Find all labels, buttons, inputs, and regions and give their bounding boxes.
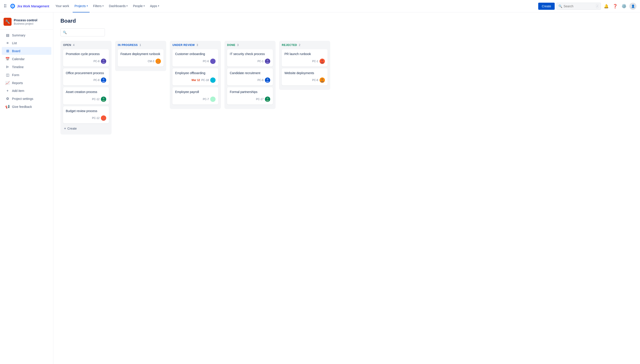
column-done: DONE 3 IT security check process PC-1 Ca… [225, 41, 276, 109]
sidebar-item-list[interactable]: ≡ List [2, 39, 51, 47]
svg-point-15 [212, 98, 214, 99]
card-candidate-recruitment[interactable]: Candidate recruitment PC-6 [227, 68, 273, 86]
column-header-inprogress: IN PROGRESS 1 [118, 44, 163, 46]
sidebar-item-project-settings[interactable]: ⚙ Project settings [2, 95, 51, 102]
sidebar-item-reports[interactable]: 📈 Reports [2, 79, 51, 87]
card-formal-partnerships[interactable]: Formal partnerships PC-17 [227, 87, 273, 104]
list-icon: ≡ [5, 41, 10, 45]
card-title: Feature deployment runbook [120, 52, 161, 56]
card-customer-onboarding[interactable]: Customer onboarding PC-6 [172, 49, 218, 66]
chevron-down-icon: ▾ [158, 5, 159, 7]
svg-point-25 [321, 78, 323, 80]
settings-button[interactable]: ⚙️ [620, 3, 627, 10]
grid-icon[interactable]: ⠿ [4, 4, 7, 9]
column-inprogress: IN PROGRESS 1 Feature deployment runbook… [115, 41, 166, 71]
user-avatar[interactable]: 👤 [629, 3, 636, 10]
card-feature-deployment[interactable]: Feature deployment runbook CM-3 [118, 49, 163, 66]
card-asset-creation[interactable]: Asset creation process PC-12 [63, 87, 109, 104]
card-employee-offboarding[interactable]: Employee offboarding Mar 12 PC-18 [172, 68, 218, 86]
card-title: Website deployments [284, 71, 325, 76]
search-shortcut: / [596, 4, 598, 8]
sidebar-item-form[interactable]: ◫ Form [2, 71, 51, 79]
svg-point-1 [103, 60, 104, 61]
nav-projects[interactable]: Projects ▾ [73, 0, 90, 12]
card-meta: PC-8 [66, 58, 106, 64]
card-avatar [210, 78, 216, 83]
nav-your-work[interactable]: Your work [54, 0, 71, 12]
card-avatar [101, 58, 106, 64]
search-bar[interactable]: 🔍 / [556, 3, 601, 10]
column-count-rejected: 2 [299, 44, 300, 46]
column-header-rejected: REJECTED 2 [282, 44, 328, 46]
card-employee-payroll[interactable]: Employee payroll PC-7 [172, 87, 218, 104]
nav-people[interactable]: People ▾ [131, 0, 146, 12]
column-header-open: OPEN 4 [63, 44, 109, 46]
svg-point-4 [102, 81, 105, 82]
board-search-input[interactable] [68, 31, 102, 34]
nav-dashboards[interactable]: Dashboards ▾ [107, 0, 130, 12]
column-open: OPEN 4 Promotion cycle process PC-8 Offi… [60, 41, 112, 134]
search-icon: 🔍 [63, 31, 67, 34]
sidebar: 🔧 Process control Business project ▤ Sum… [0, 12, 53, 364]
column-header-done: DONE 3 [227, 44, 273, 46]
card-id: PC-8 [94, 60, 100, 63]
card-avatar [320, 78, 325, 83]
sidebar-item-calendar[interactable]: 📅 Calendar [2, 55, 51, 63]
sidebar-item-give-feedback[interactable]: 📢 Give feedback [2, 103, 51, 110]
create-card-button[interactable]: + Create [63, 125, 109, 132]
top-navigation: ⠿ Jira Work Management Your work Project… [0, 0, 640, 12]
svg-point-6 [102, 100, 105, 102]
column-count-done: 3 [237, 44, 239, 46]
board-search-bar[interactable]: 🔍 [60, 28, 105, 36]
card-office-procurement[interactable]: Office procurement process PC-8 [63, 68, 109, 86]
main-layout: 🔧 Process control Business project ▤ Sum… [0, 12, 640, 364]
card-id: PC-1 [312, 60, 318, 63]
card-it-security[interactable]: IT security check process PC-1 [227, 49, 273, 66]
page-title: Board [60, 18, 633, 24]
card-id: PC-1 [258, 60, 264, 63]
notifications-button[interactable]: 🔔 [603, 3, 610, 10]
card-title: Promotion cycle process [66, 52, 106, 56]
card-title: Asset creation process [66, 90, 106, 94]
card-meta: PC-7 [175, 96, 216, 102]
column-label-open: OPEN [63, 44, 71, 46]
svg-point-3 [103, 78, 104, 80]
column-label-rejected: REJECTED [282, 44, 297, 46]
svg-point-19 [267, 78, 269, 80]
create-button[interactable]: Create [538, 3, 555, 10]
card-pr-launch[interactable]: PR launch runbook PC-1 [282, 49, 328, 66]
column-count-inprogress: 1 [140, 44, 141, 46]
sidebar-item-board[interactable]: ⊞ Board [2, 47, 51, 55]
chevron-down-icon: ▾ [87, 5, 88, 7]
sidebar-item-summary[interactable]: ▤ Summary [2, 31, 51, 39]
project-name: Process control [14, 18, 37, 22]
logo[interactable]: Jira Work Management [10, 3, 49, 9]
card-promotion-cycle[interactable]: Promotion cycle process PC-8 [63, 49, 109, 66]
project-icon: 🔧 [4, 18, 12, 26]
svg-point-17 [267, 60, 269, 61]
card-avatar [101, 78, 106, 83]
card-avatar [320, 58, 325, 64]
card-budget-review[interactable]: Budget review process PC-12 [63, 106, 109, 124]
plus-icon: + [64, 126, 66, 130]
card-title: Employee payroll [175, 90, 216, 94]
sidebar-item-timeline[interactable]: ⊫ Timeline [2, 63, 51, 71]
sidebar-item-add-item[interactable]: + Add item [2, 87, 51, 94]
card-id: PC-6 [312, 78, 318, 82]
timeline-icon: ⊫ [5, 65, 10, 69]
help-button[interactable]: ❓ [611, 3, 619, 10]
chevron-down-icon: ▾ [144, 5, 145, 7]
card-meta: CM-3 [120, 58, 161, 64]
column-underreview: UNDER REVIEW 3 Customer onboarding PC-6 … [170, 41, 221, 109]
add-item-icon: + [5, 89, 10, 93]
svg-point-21 [267, 98, 269, 99]
project-header: 🔧 Process control Business project [0, 16, 53, 30]
svg-point-26 [321, 81, 324, 82]
nav-apps[interactable]: Apps ▾ [148, 0, 161, 12]
search-input[interactable] [564, 4, 595, 8]
card-id: PC-6 [203, 60, 209, 63]
chevron-down-icon: ▾ [126, 5, 128, 7]
card-website-deployments[interactable]: Website deployments PC-6 [282, 68, 328, 86]
card-title: Customer onboarding [175, 52, 216, 56]
nav-filters[interactable]: Filters ▾ [91, 0, 105, 12]
